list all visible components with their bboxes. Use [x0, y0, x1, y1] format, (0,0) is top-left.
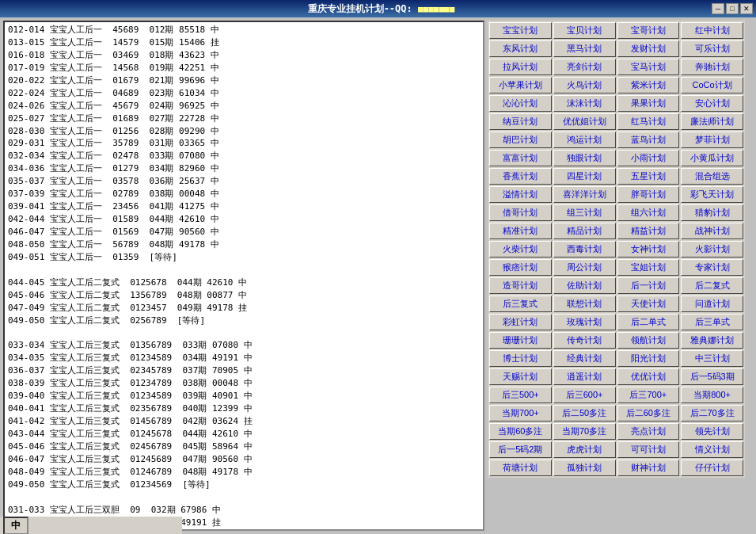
plan-button-24-0[interactable]: 荷塘计划 — [489, 460, 552, 476]
close-button[interactable]: ✕ — [740, 3, 753, 14]
plan-button-3-0[interactable]: 小苹果计划 — [489, 77, 552, 93]
plan-button-9-0[interactable]: 溢情计划 — [489, 186, 552, 203]
plan-button-22-1[interactable]: 当期70多注 — [553, 423, 616, 440]
plan-button-2-3[interactable]: 奔驰计划 — [681, 59, 743, 75]
plan-button-8-1[interactable]: 四星计划 — [553, 168, 616, 185]
plan-button-17-0[interactable]: 珊珊计划 — [489, 332, 552, 349]
plan-button-8-0[interactable]: 香蕉计划 — [489, 168, 552, 185]
plan-button-16-0[interactable]: 彩虹计划 — [489, 314, 552, 330]
plan-button-4-0[interactable]: 沁沁计划 — [489, 95, 552, 112]
plan-button-0-1[interactable]: 宝贝计划 — [553, 22, 616, 39]
plan-button-24-3[interactable]: 仔仔计划 — [681, 460, 743, 476]
plan-button-3-2[interactable]: 紫米计划 — [617, 77, 680, 93]
plan-button-6-1[interactable]: 鸿运计划 — [553, 132, 616, 148]
plan-button-10-0[interactable]: 借哥计划 — [489, 204, 552, 221]
plan-button-9-3[interactable]: 彩飞天计划 — [681, 186, 743, 203]
plan-button-12-0[interactable]: 火柴计划 — [489, 241, 552, 257]
plan-button-13-1[interactable]: 周公计划 — [553, 259, 616, 276]
plan-button-6-3[interactable]: 梦菲计划 — [681, 132, 743, 148]
plan-button-4-2[interactable]: 果果计划 — [617, 95, 680, 112]
plan-button-23-0[interactable]: 后一5码2期 — [489, 441, 552, 458]
plan-button-16-1[interactable]: 玫瑰计划 — [553, 314, 616, 330]
plan-button-1-0[interactable]: 东风计划 — [489, 40, 552, 57]
plan-button-15-1[interactable]: 联想计划 — [553, 296, 616, 312]
plan-button-5-0[interactable]: 纳豆计划 — [489, 113, 552, 130]
plan-button-0-2[interactable]: 宝哥计划 — [617, 22, 680, 39]
plan-button-22-0[interactable]: 当期60多注 — [489, 423, 552, 440]
plan-button-9-2[interactable]: 胖哥计划 — [617, 186, 680, 203]
plan-button-16-3[interactable]: 后三单式 — [681, 314, 743, 330]
plan-button-8-3[interactable]: 混合组选 — [681, 168, 743, 185]
plan-button-10-2[interactable]: 组六计划 — [617, 204, 680, 221]
plan-button-7-2[interactable]: 小雨计划 — [617, 150, 680, 166]
plan-button-24-1[interactable]: 孤独计划 — [553, 460, 616, 476]
plan-button-19-2[interactable]: 优优计划 — [617, 368, 680, 385]
plan-button-5-1[interactable]: 优优姐计划 — [553, 113, 616, 130]
plan-button-20-3[interactable]: 当期800+ — [681, 387, 743, 403]
plan-button-5-3[interactable]: 廉法师计划 — [681, 113, 743, 130]
plan-button-20-2[interactable]: 后三700+ — [617, 387, 680, 403]
plan-button-5-2[interactable]: 红马计划 — [617, 113, 680, 130]
plan-button-13-2[interactable]: 宝姐计划 — [617, 259, 680, 276]
plan-button-17-2[interactable]: 领航计划 — [617, 332, 680, 349]
plan-button-3-1[interactable]: 火鸟计划 — [553, 77, 616, 93]
plan-button-20-0[interactable]: 后三500+ — [489, 387, 552, 403]
plan-button-21-1[interactable]: 后二50多注 — [553, 405, 616, 421]
plan-button-19-1[interactable]: 逍遥计划 — [553, 368, 616, 385]
plan-button-18-2[interactable]: 阳光计划 — [617, 350, 680, 367]
plan-button-22-3[interactable]: 领先计划 — [681, 423, 743, 440]
plan-button-19-3[interactable]: 后一5码3期 — [681, 368, 743, 385]
plan-button-14-0[interactable]: 造哥计划 — [489, 277, 552, 294]
plan-button-10-1[interactable]: 组三计划 — [553, 204, 616, 221]
plan-button-19-0[interactable]: 天赐计划 — [489, 368, 552, 385]
plan-button-18-1[interactable]: 经典计划 — [553, 350, 616, 367]
plan-button-2-2[interactable]: 宝马计划 — [617, 59, 680, 75]
plan-button-1-3[interactable]: 可乐计划 — [681, 40, 743, 57]
plan-button-9-1[interactable]: 喜洋洋计划 — [553, 186, 616, 203]
plan-button-12-1[interactable]: 西毒计划 — [553, 241, 616, 257]
plan-button-7-1[interactable]: 独眼计划 — [553, 150, 616, 166]
plan-button-11-1[interactable]: 精品计划 — [553, 223, 616, 239]
plan-button-6-0[interactable]: 胡巴计划 — [489, 132, 552, 148]
plan-button-21-0[interactable]: 当期700+ — [489, 405, 552, 421]
plan-button-14-2[interactable]: 后一计划 — [617, 277, 680, 294]
minimize-button[interactable]: ─ — [712, 3, 724, 14]
plan-button-18-0[interactable]: 博士计划 — [489, 350, 552, 367]
plan-button-11-3[interactable]: 战神计划 — [681, 223, 743, 239]
plan-button-10-3[interactable]: 猎豹计划 — [681, 204, 743, 221]
plan-button-15-0[interactable]: 后三复式 — [489, 296, 552, 312]
plan-button-23-1[interactable]: 虎虎计划 — [553, 441, 616, 458]
plan-button-4-3[interactable]: 安心计划 — [681, 95, 743, 112]
plan-button-2-1[interactable]: 亮剑计划 — [553, 59, 616, 75]
plan-button-0-0[interactable]: 宝宝计划 — [489, 22, 552, 39]
plan-button-7-3[interactable]: 小黄瓜计划 — [681, 150, 743, 166]
plan-button-17-3[interactable]: 雅典娜计划 — [681, 332, 743, 349]
plan-button-2-0[interactable]: 拉风计划 — [489, 59, 552, 75]
plan-button-18-3[interactable]: 中三计划 — [681, 350, 743, 367]
plan-button-23-2[interactable]: 可可计划 — [617, 441, 680, 458]
plan-button-7-0[interactable]: 富富计划 — [489, 150, 552, 166]
plan-button-4-1[interactable]: 沫沫计划 — [553, 95, 616, 112]
plan-button-12-2[interactable]: 女神计划 — [617, 241, 680, 257]
plan-button-3-3[interactable]: CoCo计划 — [681, 77, 743, 93]
plan-button-22-2[interactable]: 亮点计划 — [617, 423, 680, 440]
plan-button-1-1[interactable]: 黑马计划 — [553, 40, 616, 57]
plan-button-11-2[interactable]: 精益计划 — [617, 223, 680, 239]
plan-button-11-0[interactable]: 精准计划 — [489, 223, 552, 239]
plan-button-13-0[interactable]: 猴痞计划 — [489, 259, 552, 276]
plan-button-15-3[interactable]: 问道计划 — [681, 296, 743, 312]
plan-button-12-3[interactable]: 火影计划 — [681, 241, 743, 257]
plan-button-17-1[interactable]: 传奇计划 — [553, 332, 616, 349]
maximize-button[interactable]: □ — [726, 3, 739, 14]
plan-button-20-1[interactable]: 后三600+ — [553, 387, 616, 403]
plan-button-16-2[interactable]: 后二单式 — [617, 314, 680, 330]
plan-button-1-2[interactable]: 发财计划 — [617, 40, 680, 57]
plan-button-0-3[interactable]: 红中计划 — [681, 22, 743, 39]
plan-button-14-3[interactable]: 后二复式 — [681, 277, 743, 294]
plan-button-21-2[interactable]: 后二60多注 — [617, 405, 680, 421]
plan-button-24-2[interactable]: 财神计划 — [617, 460, 680, 476]
plan-text-area[interactable]: 012-014 宝宝人工后一 45689 012期 85518 中 013-01… — [5, 22, 483, 529]
plan-button-23-3[interactable]: 情义计划 — [681, 441, 743, 458]
plan-button-8-2[interactable]: 五星计划 — [617, 168, 680, 185]
plan-button-6-2[interactable]: 蓝鸟计划 — [617, 132, 680, 148]
